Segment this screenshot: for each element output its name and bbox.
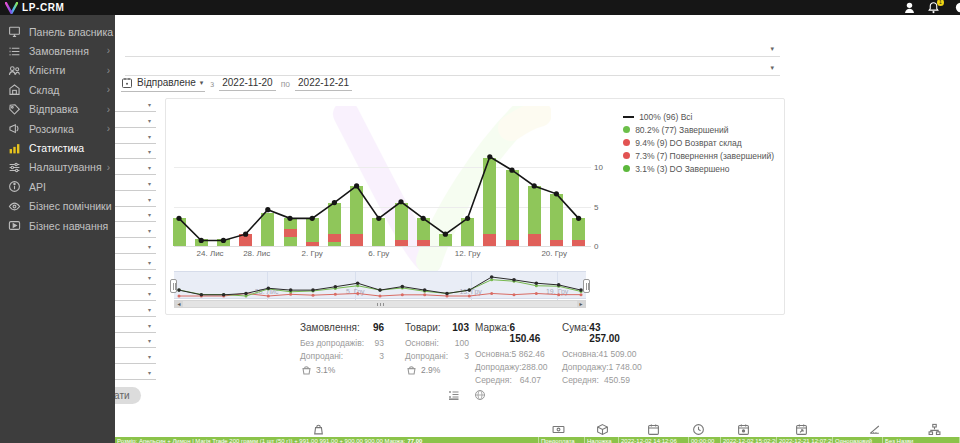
stat-row-label: Допродажу: (475, 361, 522, 374)
line-point[interactable] (265, 207, 270, 212)
package-icon[interactable] (596, 423, 609, 436)
stat-title-label: Товари: (405, 322, 441, 333)
navigator-mini-chart (174, 272, 586, 300)
globe-view-icon[interactable] (474, 389, 486, 401)
sidebar-item-5[interactable]: Розсилка› (0, 119, 115, 138)
x-axis-tick: 2. Гру (302, 249, 323, 258)
sidebar-item-3[interactable]: Склад› (0, 80, 115, 99)
x-axis-tick: 6. Гру (368, 249, 389, 258)
date-from-input[interactable]: 2022-11-20 (219, 77, 275, 91)
bag-icon[interactable] (312, 423, 325, 436)
bar-segment-completed[interactable] (506, 170, 519, 240)
sidebar-item-9[interactable]: Бізнес помічники (0, 197, 115, 216)
x-axis-tick: 24. Лис (197, 249, 224, 258)
sidebar-item-0[interactable]: Панель власника (0, 22, 115, 41)
report-select-2[interactable]: ▾ (125, 61, 780, 76)
bar-segment-completed[interactable] (395, 203, 408, 241)
bar-segment-completed[interactable] (439, 234, 452, 246)
sidebar-item-4[interactable]: Відправка› (0, 100, 115, 119)
bar-segment-completed[interactable] (417, 218, 430, 240)
bell-icon[interactable]: 1 (927, 1, 940, 14)
navigator-right-handle[interactable] (583, 279, 590, 293)
calendar-arrow-icon[interactable] (795, 423, 808, 436)
legend-entry[interactable]: 100% (96) Всі (623, 110, 774, 123)
bar-segment-returned[interactable] (284, 229, 297, 237)
bar-segment-completed[interactable] (372, 218, 385, 246)
statistics-chart-card: 100% (96) Всі80.2% (77) Завершений9.4% (… (165, 98, 785, 315)
sidebar-item-label: Замовлення (29, 45, 89, 57)
bar-segment-returned[interactable] (328, 234, 341, 242)
legend-entry[interactable]: 80.2% (77) Завершений (623, 123, 774, 136)
chart-scrollbar[interactable]: ◄ ► (174, 300, 586, 308)
banknote-icon[interactable] (552, 423, 565, 436)
sidebar-item-1[interactable]: Замовлення› (0, 41, 115, 60)
bar-segment-completed[interactable] (217, 239, 230, 246)
bar-segment-completed[interactable] (550, 194, 563, 240)
legend-entry[interactable]: 9.4% (9) DO Возврат склад (623, 136, 774, 149)
bar-segment-returned[interactable] (417, 240, 430, 246)
logo-v-icon (5, 2, 18, 14)
table-cell: Одноразовий (833, 437, 883, 443)
bar-segment-returned[interactable] (506, 240, 519, 246)
bar-segment-completed[interactable] (261, 213, 274, 246)
legend-dot-marker (623, 126, 630, 133)
bar-segment-completed[interactable] (195, 239, 208, 246)
bar-segment-completed[interactable] (284, 218, 297, 228)
navigator-left-handle[interactable] (170, 279, 177, 293)
sidebar-item-6[interactable]: Статистика (0, 138, 115, 157)
bar-segment-returned[interactable] (550, 240, 563, 246)
scroll-right-icon[interactable]: ► (577, 301, 585, 307)
bar-segment-returned[interactable] (239, 234, 252, 246)
bar-segment-completed[interactable] (572, 218, 585, 239)
scroll-left-icon[interactable]: ◄ (175, 301, 183, 307)
stat-row-value: 3 (464, 350, 469, 363)
bar-segment-completed[interactable] (328, 242, 341, 246)
table-row[interactable]: Розмір: Апельсин + Лимон | Магія Trade 2… (115, 437, 960, 443)
legend-entry[interactable]: 3.1% (3) DO Завершено (623, 162, 774, 175)
date-to-input[interactable]: 2022-12-21 (295, 77, 352, 91)
sidebar-item-2[interactable]: Клієнти› (0, 61, 115, 80)
stat-title-value: 6 150.46 (510, 322, 541, 344)
legend-entry[interactable]: 7.3% (7) Повернення (завершений) (623, 149, 774, 162)
user-icon[interactable] (903, 1, 916, 14)
bar-segment-completed[interactable] (350, 186, 363, 234)
bar-segment-completed[interactable] (461, 218, 474, 246)
bar-segment-completed[interactable] (284, 237, 297, 246)
bar-segment-completed[interactable] (173, 218, 186, 246)
chart-range-navigator[interactable]: 28. Лис5. Гру13. Гру19. Гру (174, 271, 586, 299)
scrollbar-grip[interactable] (377, 303, 384, 306)
list-view-icon[interactable] (448, 389, 460, 401)
sidebar-item-8[interactable]: API (0, 177, 115, 196)
calendar-icon[interactable] (647, 423, 660, 436)
bar-segment-completed[interactable] (306, 218, 319, 242)
status-select[interactable]: Відправлене ▾ (121, 77, 205, 92)
calendar-check-icon[interactable] (737, 423, 750, 436)
ruler-icon[interactable] (868, 423, 881, 436)
sidebar-item-10[interactable]: Бізнес навчання (0, 216, 115, 235)
lp-crm-logo[interactable]: LP-CRM (5, 0, 64, 15)
stats-icon (8, 142, 21, 155)
bar-segment-returned[interactable] (350, 234, 363, 246)
bar-segment-completed[interactable] (528, 186, 541, 234)
bar-segment-returned[interactable] (483, 234, 496, 246)
chevron-right-icon: › (107, 84, 110, 95)
bar-segment-returned[interactable] (395, 240, 408, 246)
lp-crm-app: LP-CRM 1 Панель власникаЗамовлення›Клієн… (0, 0, 960, 443)
partial-circle-icon[interactable] (951, 1, 960, 14)
bar-segment-returned[interactable] (528, 234, 541, 246)
x-axis-tick: 28. Лис (243, 249, 270, 258)
bar-segment-completed[interactable] (328, 203, 341, 235)
chevron-down-icon: ▾ (148, 259, 151, 266)
clock-icon[interactable] (692, 423, 705, 436)
table-cell: Без Назви (883, 437, 960, 443)
bar-segment-completed[interactable] (483, 158, 496, 235)
bar-segment-returned[interactable] (572, 240, 585, 246)
report-select-1[interactable]: ▾ (125, 42, 780, 57)
sitemap-icon[interactable] (928, 423, 941, 436)
stat-column-1: Товари:103Основні:100Допродані:32.9% (405, 322, 469, 377)
sidebar-item-7[interactable]: Налаштування› (0, 158, 115, 177)
table-cell: 2022-12-02 14:12:06 (619, 437, 689, 443)
bar-segment-returned[interactable] (306, 242, 319, 246)
basket-icon (405, 364, 418, 377)
table-cell: 00:00:00 (689, 437, 721, 443)
